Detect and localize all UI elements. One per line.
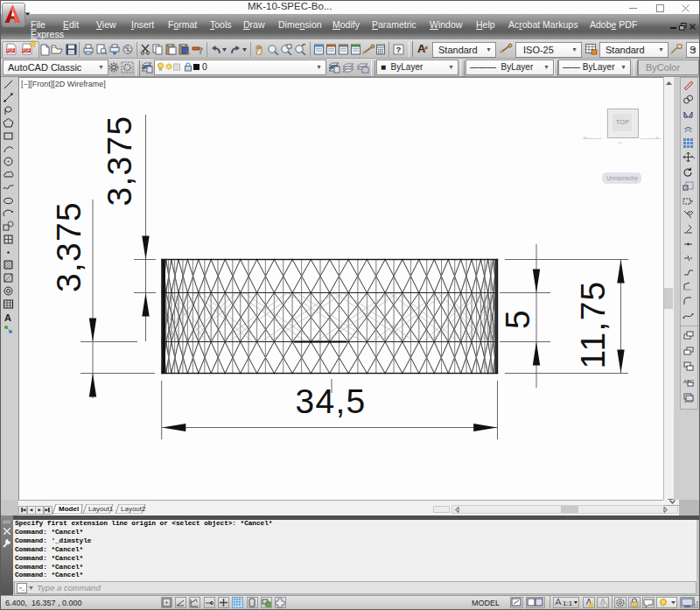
svg-text:34,5: 34,5 (295, 382, 366, 420)
svg-text:5: 5 (499, 309, 536, 329)
svg-text:PDF: PDF (22, 48, 30, 53)
svg-text:3,375: 3,375 (101, 115, 138, 206)
svg-text:11,75: 11,75 (574, 280, 612, 368)
svg-text:1:1: 1:1 (563, 599, 573, 607)
svg-text:?: ? (396, 45, 402, 54)
svg-text:PDF: PDF (6, 48, 14, 53)
svg-text:A: A (4, 312, 11, 323)
svg-text:3,375: 3,375 (50, 201, 88, 292)
